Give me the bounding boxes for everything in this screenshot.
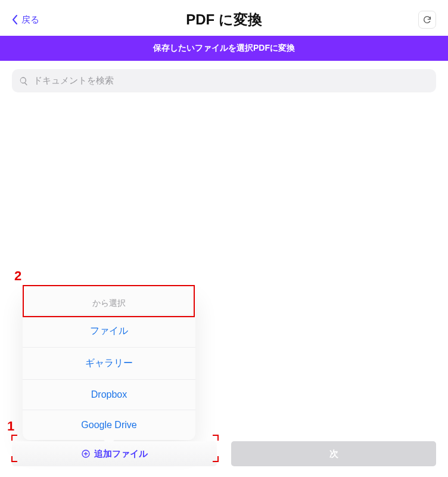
annotation-number-1: 1 xyxy=(7,419,14,434)
next-label: 次 xyxy=(329,448,338,460)
search-placeholder: ドキュメントを検索 xyxy=(33,75,114,86)
annotation-corner xyxy=(213,435,219,441)
chevron-left-icon xyxy=(12,15,18,24)
header-bar: 戻る PDF に変換 xyxy=(0,0,448,36)
annotation-number-2: 2 xyxy=(14,268,21,284)
popup-item-files[interactable]: ファイル xyxy=(23,315,195,347)
annotation-corner xyxy=(213,456,219,462)
search-input[interactable]: ドキュメントを検索 xyxy=(12,69,436,92)
add-file-label: 追加ファイル xyxy=(94,448,148,460)
refresh-icon xyxy=(422,15,432,24)
popup-item-gallery[interactable]: ギャラリー xyxy=(23,347,195,379)
annotation-corner xyxy=(11,456,17,462)
refresh-button[interactable] xyxy=(418,11,436,29)
annotation-corner xyxy=(11,435,17,441)
back-button[interactable]: 戻る xyxy=(12,14,39,26)
source-popup: から選択 ファイル ギャラリー Dropbox Google Drive xyxy=(23,290,195,440)
back-label: 戻る xyxy=(21,14,39,26)
popup-heading: から選択 xyxy=(23,290,195,315)
bottom-bar: 追加ファイル 次 xyxy=(0,435,448,477)
next-button[interactable]: 次 xyxy=(231,441,436,466)
search-container: ドキュメントを検索 xyxy=(0,61,448,92)
page-title: PDF に変換 xyxy=(186,10,262,29)
popup-item-dropbox[interactable]: Dropbox xyxy=(23,379,195,410)
add-file-button[interactable]: 追加ファイル xyxy=(12,441,217,466)
instruction-banner: 保存したいファイルを選択PDFに変換 xyxy=(0,36,448,61)
plus-circle-icon xyxy=(81,449,91,459)
search-icon xyxy=(19,76,29,86)
